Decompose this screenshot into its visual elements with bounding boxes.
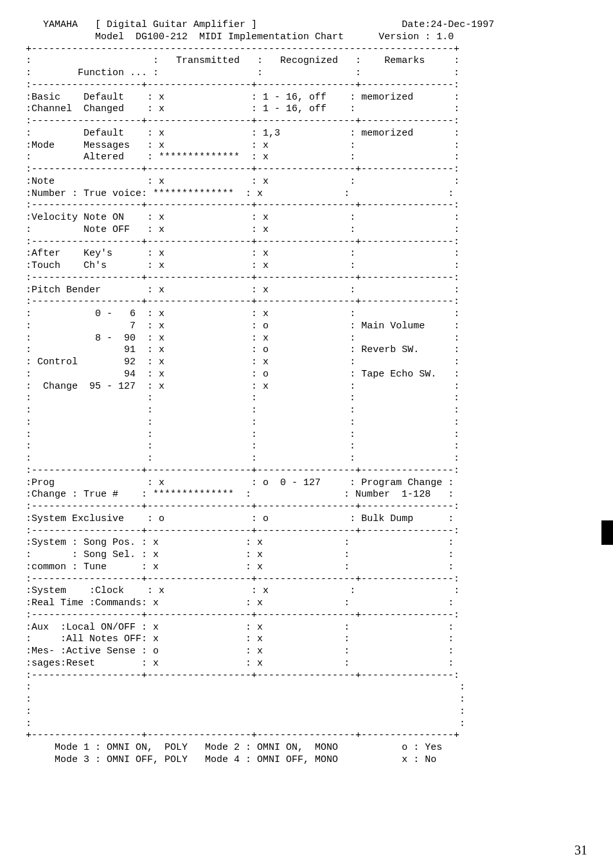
side-tab-marker — [601, 520, 613, 545]
model-line: Model DG100-212 MIDI Implementation Char… — [95, 31, 344, 42]
midi-chart: YAMAHA [ Digital Guitar Amplifier ] Date… — [26, 19, 587, 766]
brand: YAMAHA — [43, 19, 78, 30]
col-recognized: Recognized — [280, 55, 338, 66]
col-transmitted: Transmitted — [176, 55, 240, 66]
page-number: 31 — [574, 842, 587, 858]
col-remarks: Remarks — [384, 55, 425, 66]
version: Version : 1.0 — [378, 31, 454, 42]
product-title: [ Digital Guitar Amplifier ] — [95, 19, 257, 30]
date: Date:24-Dec-1997 — [402, 19, 494, 30]
col-function: Function ... — [78, 67, 147, 78]
